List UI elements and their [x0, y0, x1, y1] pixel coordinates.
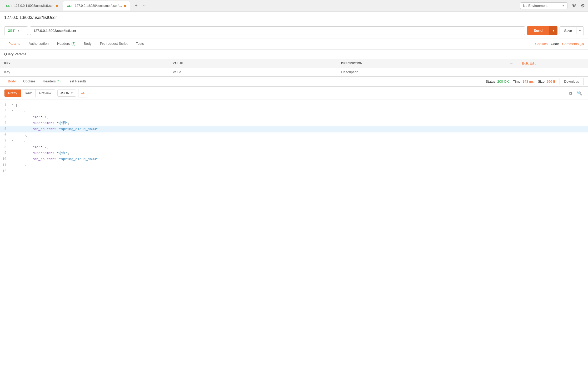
line-toggle[interactable]: ▾	[11, 139, 15, 143]
tab-2[interactable]: GET 127.0.0.1:8080/consumer/user/l...	[63, 1, 130, 11]
response-tab-headers[interactable]: Headers (4)	[39, 77, 64, 86]
tab-body[interactable]: Body	[79, 38, 96, 49]
send-button-group: Send ▼	[527, 26, 557, 35]
tab-bar: GET 127.0.0.1:8003/user/listUser GET 127…	[0, 0, 588, 12]
format-chevron-icon: ▼	[71, 92, 73, 95]
tab-1-method: GET	[6, 4, 12, 7]
line-number: 4	[0, 121, 11, 126]
top-icons: 👁 ⚙	[571, 2, 586, 10]
cookies-link[interactable]: Cookies	[535, 42, 548, 46]
method-chevron-icon: ▼	[17, 29, 20, 32]
code-area: 1▾[2▾ {3 "id": 1,4 "username": "小明",5 "d…	[0, 100, 588, 179]
code-line: 4 "username": "小明",	[0, 120, 588, 126]
response-tabs-row: Body Cookies Headers (4) Test Results St…	[0, 76, 588, 87]
tab-params[interactable]: Params	[4, 38, 24, 49]
line-number: 9	[0, 151, 11, 156]
query-params-title: Query Params	[0, 50, 588, 59]
line-content: },	[16, 133, 588, 138]
code-line: 7▾ {	[0, 138, 588, 145]
body-toolbar: Pretty Raw Preview JSON ▼ ⇌ ⧉ 🔍	[0, 87, 588, 100]
comments-link[interactable]: Comments (0)	[562, 42, 584, 46]
line-content: "username": "小红",	[16, 151, 588, 156]
col-key-header: KEY	[0, 59, 168, 68]
tab-authorization[interactable]: Authorization	[24, 38, 53, 49]
eye-icon[interactable]: 👁	[571, 2, 577, 9]
view-btn-group: Pretty Raw Preview	[4, 89, 55, 97]
code-line: 6 },	[0, 132, 588, 138]
method-label: GET	[8, 29, 15, 33]
code-line: 10 "db_source": "spring_cloud_db03"	[0, 156, 588, 162]
tab-1-url: 127.0.0.1:8003/user/listUser	[14, 4, 54, 8]
params-placeholder-row	[0, 68, 588, 76]
line-number: 11	[0, 163, 11, 168]
time-value: 143 ms	[522, 80, 534, 83]
response-tab-cookies[interactable]: Cookies	[19, 77, 39, 86]
page-title: 127.0.0.1:8003/user/listUser	[0, 12, 588, 23]
code-line: 2▾ {	[0, 108, 588, 115]
code-link[interactable]: Code	[551, 42, 559, 46]
description-input[interactable]	[341, 70, 501, 74]
download-button[interactable]: Download	[560, 78, 584, 85]
line-toggle[interactable]: ▾	[11, 109, 15, 113]
response-tab-body[interactable]: Body	[4, 77, 19, 86]
tab-2-method: GET	[67, 4, 73, 7]
params-table: KEY VALUE DESCRIPTION ··· Bulk Edit	[0, 59, 588, 76]
line-number: 8	[0, 145, 11, 150]
env-label: No Environment	[523, 4, 547, 8]
preview-view-button[interactable]: Preview	[36, 90, 55, 97]
gear-icon[interactable]: ⚙	[580, 2, 586, 10]
search-icon[interactable]: 🔍	[575, 90, 584, 97]
format-selector[interactable]: JSON ▼	[57, 90, 76, 97]
tab-prerequest[interactable]: Pre-request Script	[96, 38, 132, 49]
request-bar: GET ▼ Send ▼ Save ▼	[0, 23, 588, 38]
copy-icon[interactable]: ⧉	[567, 90, 573, 97]
method-selector[interactable]: GET ▼	[4, 26, 28, 35]
wrap-button[interactable]: ⇌	[78, 89, 87, 97]
size-label: Size: 296 B	[538, 80, 556, 83]
value-input[interactable]	[173, 70, 333, 74]
raw-view-button[interactable]: Raw	[21, 90, 36, 97]
line-number: 3	[0, 115, 11, 120]
size-value: 296 B	[546, 80, 555, 83]
status-value: 200 OK	[497, 80, 509, 83]
key-input[interactable]	[4, 70, 164, 74]
line-number: 1	[0, 103, 11, 108]
response-tab-test-results[interactable]: Test Results	[64, 77, 90, 86]
body-toolbar-right: ⧉ 🔍	[567, 90, 584, 97]
code-line: 11 }	[0, 162, 588, 169]
save-button[interactable]: Save	[560, 27, 576, 35]
line-number: 10	[0, 157, 11, 162]
save-dropdown-button[interactable]: ▼	[576, 27, 584, 34]
request-tabs-row: Params Authorization Headers (7) Body Pr…	[0, 38, 588, 50]
col-value-header: VALUE	[168, 59, 337, 68]
col-desc-header: DESCRIPTION	[337, 59, 505, 68]
environment-selector[interactable]: No Environment ▼	[520, 2, 567, 9]
send-button[interactable]: Send	[527, 26, 549, 35]
line-number: 5	[0, 127, 11, 132]
more-tabs-button[interactable]: ···	[141, 2, 148, 9]
tab-headers[interactable]: Headers (7)	[53, 38, 79, 49]
col-actions-header: ···	[505, 59, 518, 68]
status-label: Status: 200 OK	[486, 80, 509, 83]
bulk-edit-cell: Bulk Edit	[518, 59, 588, 68]
line-content: "id": 1,	[16, 115, 588, 120]
line-number: 12	[0, 169, 11, 174]
code-line: 3 "id": 1,	[0, 115, 588, 121]
tab-1[interactable]: GET 127.0.0.1:8003/user/listUser	[2, 1, 62, 11]
send-dropdown-button[interactable]: ▼	[549, 26, 558, 35]
line-number: 6	[0, 133, 11, 138]
line-content: {	[16, 139, 588, 144]
tab-tests[interactable]: Tests	[132, 38, 148, 49]
line-number: 2	[0, 109, 11, 114]
format-label: JSON	[60, 91, 69, 95]
code-line: 8 "id": 2,	[0, 145, 588, 151]
new-tab-button[interactable]: +	[133, 2, 139, 9]
line-toggle[interactable]: ▾	[11, 103, 15, 107]
pretty-view-button[interactable]: Pretty	[4, 90, 21, 97]
line-content: ]	[16, 169, 588, 174]
code-line: 1▾[	[0, 102, 588, 108]
top-right-area: No Environment ▼ 👁 ⚙	[520, 2, 586, 10]
url-input[interactable]	[30, 26, 525, 35]
bulk-edit-button[interactable]: Bulk Edit	[518, 59, 540, 67]
line-content: "db_source": "spring_cloud_db03"	[16, 157, 588, 162]
